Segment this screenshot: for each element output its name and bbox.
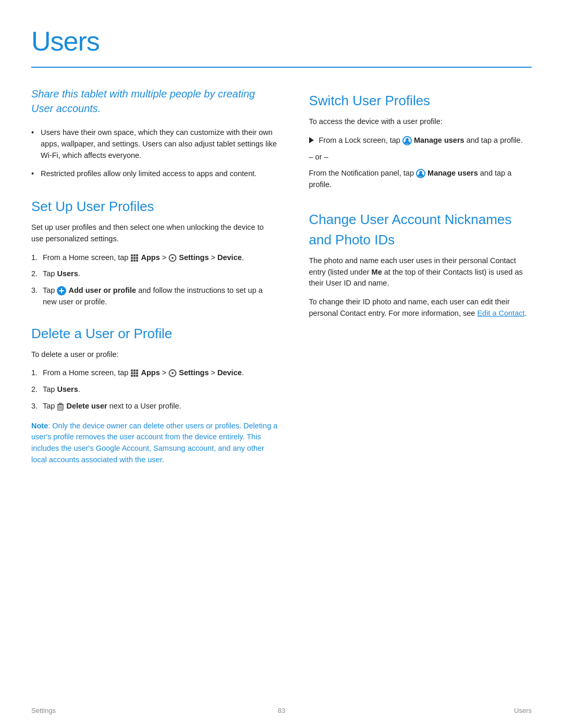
- change-title: Change User Account Nicknames and Photo …: [309, 209, 532, 250]
- list-item: 1. From a Home screen, tap: [31, 252, 278, 264]
- trash-icon: [57, 402, 64, 411]
- notification-text: From the Notification panel, tap Manage …: [309, 168, 532, 191]
- page-title: Users: [31, 21, 532, 61]
- list-item: 3. Tap Add user or profile and follow th…: [31, 285, 278, 308]
- intro-text: Share this tablet with multiple people b…: [31, 87, 278, 116]
- delete-title: Delete a User or Profile: [31, 324, 278, 344]
- switch-bullet-text: From a Lock screen, tap Manage users and…: [319, 135, 523, 146]
- list-item: Restricted profiles allow only limited a…: [31, 168, 278, 180]
- svg-rect-0: [131, 254, 133, 256]
- manage-icon: [416, 169, 425, 178]
- switch-intro: To access the device with a user profile…: [309, 116, 532, 128]
- note-label: Note: [31, 422, 48, 430]
- svg-rect-4: [133, 257, 136, 259]
- setup-section: Set Up User Profiles Set up user profile…: [31, 196, 278, 308]
- setup-intro: Set up user profiles and then select one…: [31, 222, 278, 245]
- list-item: 1. From a Home screen, tap: [31, 367, 278, 379]
- arrow-icon: [309, 137, 314, 143]
- svg-rect-6: [131, 260, 133, 262]
- svg-rect-15: [133, 369, 136, 372]
- settings-icon: [168, 369, 177, 377]
- svg-rect-18: [133, 372, 136, 374]
- svg-rect-13: [61, 288, 62, 293]
- svg-rect-17: [131, 372, 133, 374]
- list-item: 2. Tap Users.: [31, 268, 278, 280]
- plus-icon: [57, 286, 66, 295]
- settings-icon: [168, 254, 177, 262]
- svg-rect-14: [131, 369, 133, 372]
- svg-rect-22: [136, 375, 138, 377]
- svg-rect-26: [59, 403, 62, 404]
- footer-left: Settings: [31, 706, 56, 716]
- left-column: Share this tablet with multiple people b…: [31, 87, 278, 466]
- svg-rect-19: [136, 372, 138, 374]
- bullet-list: Users have their own space, which they c…: [31, 127, 278, 180]
- change-para1: The photo and name each user uses in the…: [309, 255, 532, 289]
- right-column: Switch User Profiles To access the devic…: [309, 87, 532, 466]
- list-item: Users have their own space, which they c…: [31, 127, 278, 161]
- switch-title: Switch User Profiles: [309, 91, 532, 111]
- switch-section: Switch User Profiles To access the devic…: [309, 91, 532, 191]
- switch-bullet: From a Lock screen, tap Manage users and…: [309, 135, 532, 146]
- note-text: Note: Only the device owner can delete o…: [31, 421, 278, 466]
- edit-contact-link[interactable]: Edit a Contact: [477, 309, 524, 317]
- svg-rect-3: [131, 257, 133, 259]
- footer: Settings 83 Users: [0, 706, 563, 716]
- footer-center: 83: [278, 706, 285, 716]
- svg-point-24: [172, 372, 174, 374]
- svg-rect-1: [133, 254, 136, 256]
- svg-rect-16: [136, 369, 138, 372]
- delete-section: Delete a User or Profile To delete a use…: [31, 324, 278, 466]
- footer-right: Users: [514, 706, 532, 716]
- change-section: Change User Account Nicknames and Photo …: [309, 209, 532, 319]
- svg-point-10: [172, 257, 174, 259]
- svg-rect-7: [133, 260, 136, 262]
- delete-intro: To delete a user or profile:: [31, 349, 278, 361]
- svg-rect-5: [136, 257, 138, 259]
- svg-rect-21: [133, 375, 136, 377]
- or-line: – or –: [309, 152, 532, 163]
- delete-steps: 1. From a Home screen, tap: [31, 367, 278, 412]
- svg-rect-8: [136, 260, 138, 262]
- apps-icon: [130, 369, 139, 377]
- svg-rect-20: [131, 375, 133, 377]
- manage-users-icon: [402, 136, 412, 145]
- list-item: 2. Tap Users.: [31, 384, 278, 396]
- setup-title: Set Up User Profiles: [31, 196, 278, 217]
- change-para2: To change their ID photo and name, each …: [309, 297, 532, 319]
- title-divider: [31, 67, 532, 68]
- setup-steps: 1. From a Home screen, tap: [31, 252, 278, 308]
- apps-icon: [130, 254, 139, 262]
- list-item: 3. Tap Delete user next to a User profil…: [31, 401, 278, 412]
- svg-rect-2: [136, 254, 138, 256]
